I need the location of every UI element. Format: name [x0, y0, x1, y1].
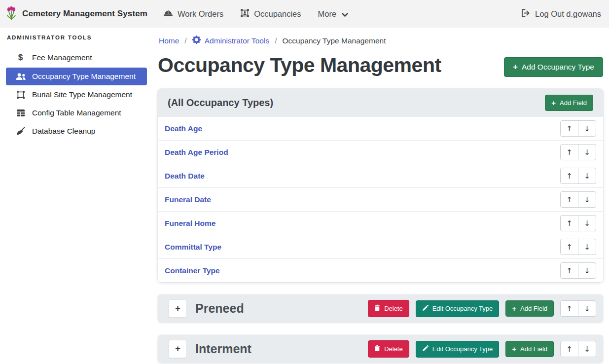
field-row-funeral-home: Funeral Home ↑ ↓ — [158, 212, 603, 235]
reorder-buttons: ↑ ↓ — [560, 168, 596, 184]
trash-icon — [374, 304, 380, 313]
sidebar: ADMINISTRATOR TOOLS $ Fee Management Occ… — [0, 28, 153, 141]
section-actions: Delete Edit Occupancy Type + Add Field — [368, 300, 596, 317]
move-down-button[interactable]: ↓ — [578, 191, 596, 208]
add-occupancy-type-button[interactable]: + Add Occupancy Type — [504, 57, 603, 77]
move-down-button[interactable]: ↓ — [578, 300, 596, 317]
logout-link[interactable]: Log Out d.gowans — [521, 9, 601, 19]
move-up-button[interactable]: ↑ — [560, 341, 578, 357]
add-field-button[interactable]: + Add Field — [545, 95, 593, 111]
delete-button[interactable]: Delete — [368, 300, 409, 317]
add-field-label: Add Field — [520, 345, 547, 353]
breadcrumb-home[interactable]: Home — [159, 36, 179, 45]
field-row-death-age: Death Age ↑ ↓ — [158, 117, 603, 141]
add-field-label: Add Field — [560, 99, 587, 107]
move-up-button[interactable]: ↑ — [560, 262, 578, 279]
brand[interactable]: Cemetery Management System — [5, 5, 147, 22]
breadcrumb-current: Occupancy Type Management — [283, 36, 386, 45]
field-link[interactable]: Death Date — [165, 172, 205, 181]
field-row-container-type: Container Type ↑ ↓ — [158, 259, 603, 282]
tulips-logo-icon — [5, 5, 18, 22]
nav-more[interactable]: More — [318, 8, 349, 19]
move-down-button[interactable]: ↓ — [578, 262, 596, 279]
edit-occupancy-type-button[interactable]: Edit Occupancy Type — [416, 341, 500, 358]
field-row-death-date: Death Date ↑ ↓ — [158, 164, 603, 188]
field-row-committal-type: Committal Type ↑ ↓ — [158, 235, 603, 259]
move-up-button[interactable]: ↑ — [560, 144, 578, 160]
add-field-button[interactable]: + Add Field — [505, 341, 554, 357]
reorder-buttons: ↑ ↓ — [560, 144, 596, 160]
table-icon — [15, 109, 26, 117]
reorder-buttons: ↑ ↓ — [560, 120, 596, 137]
all-occupancy-types-card: (All Occupancy Types) + Add Field Death … — [158, 89, 603, 282]
nav-occupancies[interactable]: Occupancies — [240, 8, 301, 20]
hard-hat-icon — [163, 9, 173, 19]
add-field-button[interactable]: + Add Field — [505, 300, 554, 317]
breadcrumb-separator: / — [184, 36, 186, 45]
move-up-button[interactable]: ↑ — [560, 120, 578, 137]
field-link[interactable]: Funeral Home — [165, 219, 215, 228]
nav-more-label: More — [318, 9, 337, 19]
section-title: Preneed — [195, 301, 244, 316]
move-up-button[interactable]: ↑ — [560, 168, 578, 184]
add-occupancy-type-label: Add Occupancy Type — [522, 63, 594, 72]
move-down-button[interactable]: ↓ — [578, 120, 596, 137]
move-up-button[interactable]: ↑ — [560, 300, 578, 317]
delete-label: Delete — [384, 345, 403, 353]
reorder-buttons: ↑ ↓ — [560, 191, 596, 208]
move-up-button[interactable]: ↑ — [560, 215, 578, 231]
users-icon — [15, 73, 26, 80]
sidebar-item-label: Config Table Management — [32, 109, 121, 117]
reorder-buttons: ↑ ↓ — [560, 341, 596, 357]
field-link[interactable]: Death Age Period — [165, 148, 228, 157]
all-types-card-header: (All Occupancy Types) + Add Field — [158, 89, 603, 117]
breadcrumb-separator: / — [275, 36, 277, 45]
plus-icon: + — [512, 345, 516, 353]
navbar: Cemetery Management System Work Orders — [0, 0, 609, 28]
move-down-button[interactable]: ↓ — [578, 215, 596, 231]
section-title: Interment — [195, 342, 251, 356]
delete-button[interactable]: Delete — [368, 340, 409, 358]
logout-label: Log Out d.gowans — [535, 9, 601, 19]
nav-work-orders[interactable]: Work Orders — [163, 9, 223, 19]
expand-button[interactable]: + — [169, 340, 187, 358]
sidebar-item-burial-site-type-management[interactable]: Burial Site Type Management — [6, 86, 147, 104]
page-header: Occupancy Type Management + Add Occupanc… — [158, 49, 603, 85]
gear-icon — [192, 36, 201, 46]
move-down-button[interactable]: ↓ — [578, 168, 596, 184]
pencil-icon — [422, 305, 429, 313]
field-link[interactable]: Funeral Date — [165, 195, 211, 204]
sidebar-item-database-cleanup[interactable]: Database Cleanup — [6, 122, 147, 140]
plus-icon: + — [551, 99, 556, 107]
nav-work-orders-label: Work Orders — [178, 9, 223, 19]
field-link[interactable]: Death Age — [165, 124, 202, 133]
nav-links: Work Orders Occupancies More — [163, 8, 348, 20]
sign-out-icon — [521, 9, 531, 19]
sidebar-item-config-table-management[interactable]: Config Table Management — [6, 104, 147, 122]
field-link[interactable]: Committal Type — [165, 243, 221, 252]
reorder-buttons: ↑ ↓ — [560, 215, 596, 231]
nav-occupancies-label: Occupancies — [254, 9, 301, 19]
breadcrumb-home-label: Home — [159, 36, 179, 45]
occupancy-type-section-preneed: + Preneed Delete — [158, 294, 603, 323]
sidebar-item-occupancy-type-management[interactable]: Occupancy Type Management — [6, 68, 147, 85]
sidebar-item-fee-management[interactable]: $ Fee Management — [6, 48, 147, 67]
move-down-button[interactable]: ↓ — [578, 144, 596, 160]
occupancy-type-section-interment: + Interment Delete — [158, 335, 603, 363]
broom-icon — [15, 127, 26, 136]
expand-button[interactable]: + — [169, 299, 187, 318]
move-up-button[interactable]: ↑ — [560, 191, 578, 208]
sidebar-heading: ADMINISTRATOR TOOLS — [7, 35, 147, 40]
dollar-icon: $ — [15, 53, 26, 63]
move-down-button[interactable]: ↓ — [578, 239, 596, 255]
breadcrumb-administrator-tools[interactable]: Administrator Tools — [192, 36, 270, 46]
edit-occupancy-type-button[interactable]: Edit Occupancy Type — [416, 300, 500, 317]
breadcrumb-admin-tools-label: Administrator Tools — [205, 36, 270, 45]
move-up-button[interactable]: ↑ — [560, 239, 578, 255]
sidebar-item-label: Burial Site Type Management — [32, 90, 132, 99]
move-down-button[interactable]: ↓ — [578, 341, 596, 357]
field-link[interactable]: Container Type — [165, 266, 220, 275]
reorder-buttons: ↑ ↓ — [560, 262, 596, 279]
sidebar-item-label: Database Cleanup — [32, 127, 95, 136]
main-content: Home / Administrator Tools / Occupancy T… — [153, 28, 609, 363]
